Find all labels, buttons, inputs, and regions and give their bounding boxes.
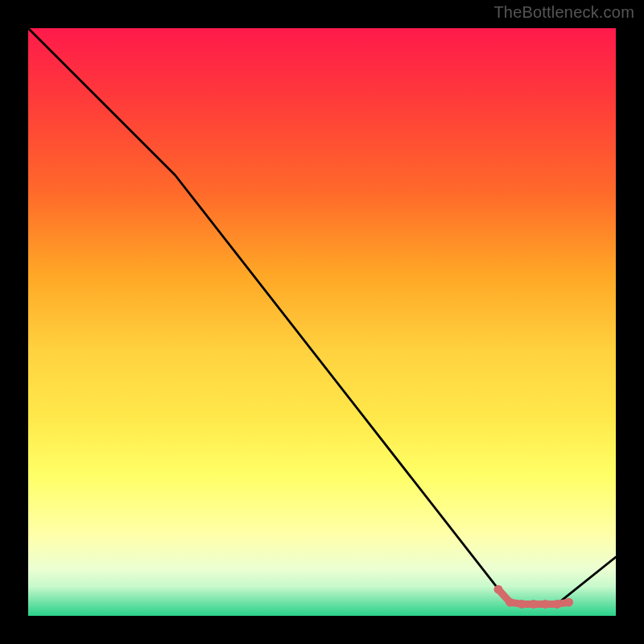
optimal-range-marker — [494, 585, 574, 609]
chart-overlay — [28, 28, 616, 616]
chart-frame: TheBottleneck.com — [0, 0, 644, 644]
optimal-range-dot — [541, 600, 550, 609]
watermark-text: TheBottleneck.com — [493, 3, 634, 22]
optimal-range-dot — [564, 598, 573, 607]
bottleneck-line — [28, 28, 616, 604]
optimal-range-dot — [529, 600, 538, 609]
optimal-range-dot — [553, 600, 562, 609]
optimal-range-dot — [506, 598, 514, 607]
optimal-range-dot — [518, 600, 526, 609]
series-bottleneck-curve — [28, 28, 616, 604]
optimal-range-dot — [494, 585, 503, 594]
